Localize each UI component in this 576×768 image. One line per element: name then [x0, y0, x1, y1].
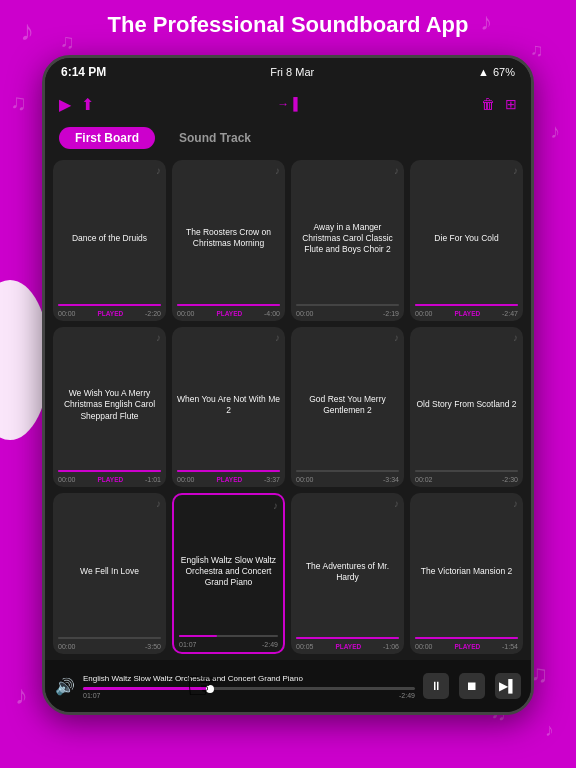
card-progress-fill — [415, 637, 518, 639]
sound-card-6[interactable]: ♪When You Are Not With Me 200:00PLAYED-3… — [172, 327, 285, 488]
card-progress-bar — [415, 470, 518, 472]
card-duration: -3:34 — [383, 476, 399, 483]
player-progress-fill — [83, 687, 209, 690]
card-progress-bar — [58, 304, 161, 306]
card-progress-fill — [177, 304, 280, 306]
card-footer: 00:00-3:34 — [296, 476, 399, 483]
app-title: The Professional Soundboard App — [0, 12, 576, 38]
card-footer: 00:00PLAYED-2:47 — [415, 310, 518, 317]
card-played-label: PLAYED — [454, 643, 480, 650]
sound-card-7[interactable]: ♪God Rest You Merry Gentlemen 200:00-3:3… — [291, 327, 404, 488]
battery-status: 67% — [493, 66, 515, 78]
card-time-start: 00:00 — [58, 310, 76, 317]
card-music-icon: ♪ — [513, 332, 518, 343]
play-icon[interactable]: ▶ — [59, 95, 71, 114]
card-footer: 00:02-2:30 — [415, 476, 518, 483]
delete-icon[interactable]: 🗑 — [481, 96, 495, 112]
card-music-icon: ♪ — [513, 165, 518, 176]
top-bar-right: 🗑 ⊞ — [481, 96, 517, 112]
card-played-label: PLAYED — [216, 310, 242, 317]
sound-card-5[interactable]: ♪We Wish You A Merry Christmas English C… — [53, 327, 166, 488]
sound-card-2[interactable]: ♪The Roosters Crow on Christmas Morning0… — [172, 160, 285, 321]
card-duration: -2:49 — [262, 641, 278, 648]
card-title: Die For You Cold — [434, 176, 498, 301]
card-time-start: 01:07 — [179, 641, 197, 648]
card-title: The Adventures of Mr. Hardy — [296, 509, 399, 634]
pause-button[interactable]: ⏸ — [423, 673, 449, 699]
card-footer: 00:00-2:19 — [296, 310, 399, 317]
card-title: God Rest You Merry Gentlemen 2 — [296, 343, 399, 468]
card-footer: 00:00PLAYED-1:54 — [415, 643, 518, 650]
player-progress-bar[interactable] — [83, 687, 415, 690]
sound-grid: ♪Dance of the Druids00:00PLAYED-2:20♪The… — [45, 154, 531, 660]
card-progress-fill — [58, 304, 161, 306]
card-played-label: PLAYED — [97, 310, 123, 317]
card-duration: -1:06 — [383, 643, 399, 650]
forward-button[interactable]: ▶▌ — [495, 673, 521, 699]
sound-card-3[interactable]: ♪Away in a Manger Christmas Carol Classi… — [291, 160, 404, 321]
sound-card-12[interactable]: ♪The Victorian Mansion 200:00PLAYED-1:54 — [410, 493, 523, 654]
card-music-icon: ♪ — [273, 500, 278, 511]
card-music-icon: ♪ — [394, 165, 399, 176]
card-time-start: 00:02 — [415, 476, 433, 483]
card-progress-fill — [177, 470, 280, 472]
arrow-icon: →▐ — [277, 97, 298, 111]
player-time-remaining: -2:49 — [399, 692, 415, 699]
top-bar: ▶ ⬆ →▐ 🗑 ⊞ — [45, 86, 531, 122]
card-footer: 00:00PLAYED-3:37 — [177, 476, 280, 483]
card-duration: -1:01 — [145, 476, 161, 483]
sound-card-10[interactable]: ♪English Waltz Slow Waltz Orchestra and … — [172, 493, 285, 654]
card-time-start: 00:00 — [177, 476, 195, 483]
sound-card-4[interactable]: ♪Die For You Cold00:00PLAYED-2:47 — [410, 160, 523, 321]
share-icon[interactable]: ⬆ — [81, 95, 94, 114]
card-progress-bar — [177, 304, 280, 306]
card-music-icon: ♪ — [513, 498, 518, 509]
card-progress-bar — [296, 470, 399, 472]
card-time-start: 00:00 — [58, 476, 76, 483]
tab-first-board[interactable]: First Board — [59, 127, 155, 149]
card-title: We Fell In Love — [80, 509, 139, 634]
player-time-current: 01:07 — [83, 692, 101, 699]
card-music-icon: ♪ — [156, 498, 161, 509]
card-time-start: 00:00 — [177, 310, 195, 317]
card-time-start: 00:05 — [296, 643, 314, 650]
card-duration: -2:20 — [145, 310, 161, 317]
tab-sound-track[interactable]: Sound Track — [163, 127, 267, 149]
card-title: When You Are Not With Me 2 — [177, 343, 280, 468]
card-played-label: PLAYED — [97, 476, 123, 483]
card-footer: 00:05PLAYED-1:06 — [296, 643, 399, 650]
card-duration: -4:00 — [264, 310, 280, 317]
sound-card-9[interactable]: ♪We Fell In Love00:00-3:50 — [53, 493, 166, 654]
card-footer: 00:00PLAYED-1:01 — [58, 476, 161, 483]
sound-card-1[interactable]: ♪Dance of the Druids00:00PLAYED-2:20 — [53, 160, 166, 321]
card-music-icon: ♪ — [156, 332, 161, 343]
card-title: Dance of the Druids — [72, 176, 147, 301]
card-duration: -2:19 — [383, 310, 399, 317]
card-title: Old Story From Scotland 2 — [416, 343, 516, 468]
card-duration: -3:37 — [264, 476, 280, 483]
player-bar: 🔊 English Waltz Slow Waltz Orchestra and… — [45, 660, 531, 712]
wifi-icon: ▲ — [478, 66, 489, 78]
card-played-label: PLAYED — [216, 476, 242, 483]
status-bar: 6:14 PM Fri 8 Mar ▲ 67% — [45, 58, 531, 86]
card-time-start: 00:00 — [296, 476, 314, 483]
status-right: ▲ 67% — [478, 66, 515, 78]
player-track-name: English Waltz Slow Waltz Orchestra and C… — [83, 673, 415, 684]
card-duration: -3:50 — [145, 643, 161, 650]
card-footer: 00:00PLAYED-4:00 — [177, 310, 280, 317]
grid-icon[interactable]: ⊞ — [505, 96, 517, 112]
card-progress-bar — [296, 637, 399, 639]
card-time-start: 00:00 — [296, 310, 314, 317]
sound-card-11[interactable]: ♪The Adventures of Mr. Hardy00:05PLAYED-… — [291, 493, 404, 654]
card-progress-bar — [415, 637, 518, 639]
card-progress-fill — [415, 304, 518, 306]
volume-icon[interactable]: 🔊 — [55, 677, 75, 696]
card-duration: -2:30 — [502, 476, 518, 483]
status-time: 6:14 PM — [61, 65, 106, 79]
player-controls: ⏸ ⏹ ▶▌ — [423, 673, 521, 699]
sound-card-8[interactable]: ♪Old Story From Scotland 200:02-2:30 — [410, 327, 523, 488]
player-info: English Waltz Slow Waltz Orchestra and C… — [83, 673, 415, 699]
stop-button[interactable]: ⏹ — [459, 673, 485, 699]
card-played-label: PLAYED — [454, 310, 480, 317]
card-progress-bar — [296, 304, 399, 306]
